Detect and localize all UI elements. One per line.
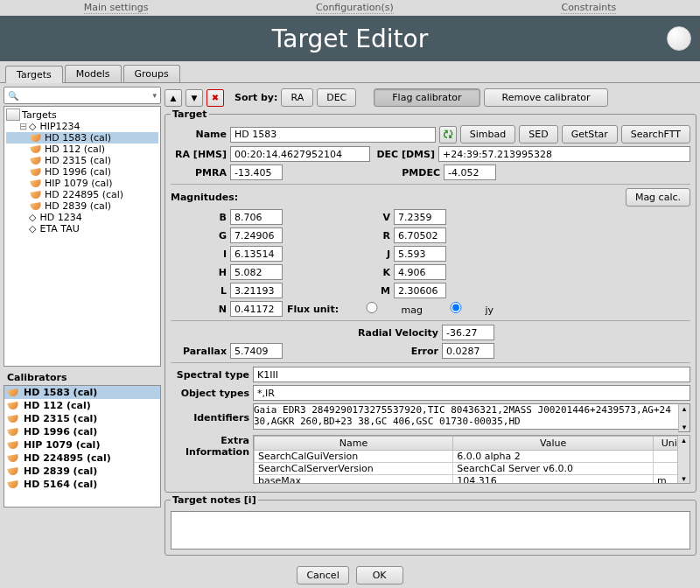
tree-item[interactable]: HD 1996 (cal) (6, 166, 158, 178)
tree-item[interactable]: HD 224895 (cal) (6, 189, 158, 200)
magnitudes-label: Magnitudes: (171, 192, 238, 203)
tree-item[interactable]: HD 2839 (cal) (6, 200, 158, 212)
target-tree[interactable]: Targets ⊟HIP1234 HD 1583 (cal) HD 112 (c… (4, 106, 161, 367)
calibrators-list[interactable]: HD 1583 (cal) HD 112 (cal) HD 2315 (cal)… (4, 385, 161, 508)
name-label: Name (171, 129, 227, 140)
flux-unit-label: Flux unit: (287, 304, 339, 315)
identifiers-scrollbar[interactable]: ▴▾ (678, 403, 690, 432)
search-field[interactable] (20, 90, 152, 102)
calibrator-row[interactable]: HD 1583 (cal) (4, 386, 160, 399)
spectral-field[interactable] (253, 367, 690, 382)
name-field[interactable] (230, 127, 436, 143)
calibrator-row[interactable]: HD 224895 (cal) (4, 452, 160, 465)
mag-b[interactable] (230, 209, 283, 225)
ra-field[interactable] (230, 146, 370, 162)
toolbar: Sort by: RA DEC Flag calibrator Remove c… (164, 87, 696, 108)
ok-button[interactable]: OK (356, 566, 403, 584)
mag-m[interactable] (394, 283, 446, 298)
objtypes-field[interactable] (253, 385, 690, 401)
dec-field[interactable] (438, 146, 690, 162)
search-dropdown-icon[interactable]: ▾ (152, 91, 157, 100)
menu-constraints[interactable]: Constraints (561, 2, 616, 14)
dec-label: DEC [DMS] (374, 149, 435, 160)
mag-k[interactable] (394, 264, 446, 280)
objtypes-label: Object types (171, 388, 249, 399)
remove-calibrator-button[interactable]: Remove calibrator (484, 88, 609, 107)
mag-g[interactable] (230, 228, 283, 243)
target-fieldset: Target Name Simbad SED GetStar SearchFTT… (164, 108, 696, 493)
cancel-button[interactable]: Cancel (297, 566, 348, 584)
notes-fieldset: Target notes [i] (164, 494, 696, 556)
move-down-button[interactable] (186, 89, 203, 107)
error-field[interactable] (442, 343, 494, 359)
refresh-button[interactable] (439, 126, 457, 144)
parallax-field[interactable] (230, 343, 283, 359)
mag-v[interactable] (394, 209, 446, 225)
tab-groups[interactable]: Groups (123, 65, 180, 82)
searchftt-button[interactable]: SearchFTT (621, 125, 690, 144)
error-label: Error (403, 346, 438, 357)
sed-button[interactable]: SED (519, 125, 557, 144)
pmdec-label: PMDEC (286, 167, 440, 178)
target-hd1234[interactable]: HD 1234 (29, 212, 82, 223)
extra-scrollbar[interactable]: ▴▾ (677, 436, 690, 483)
mag-calc-button[interactable]: Mag calc. (626, 188, 690, 206)
pmra-field[interactable] (230, 164, 283, 180)
tree-item[interactable]: HD 1583 (cal) (6, 132, 158, 144)
target-hip1234[interactable]: HIP1234 (29, 121, 80, 132)
sort-ra-button[interactable]: RA (281, 88, 313, 107)
window-title: Target Editor (272, 24, 428, 53)
table-row: baseMax104.316m (255, 475, 690, 485)
calibrator-row[interactable]: HIP 1079 (cal) (4, 438, 160, 452)
top-menu: Main settings Configuration(s) Constrain… (0, 0, 700, 16)
target-eta-tau[interactable]: ETA TAU (29, 223, 80, 234)
calibrator-row[interactable]: HD 1996 (cal) (4, 425, 160, 438)
getstar-button[interactable]: GetStar (562, 125, 618, 144)
search-input[interactable]: ▾ (4, 87, 161, 104)
calibrator-row[interactable]: HD 2839 (cal) (4, 465, 160, 478)
tab-targets[interactable]: Targets (5, 66, 63, 83)
target-legend: Target (171, 108, 209, 120)
spectral-label: Spectral type (171, 369, 249, 381)
sort-dec-button[interactable]: DEC (317, 88, 356, 107)
tab-strip: Targets Models Groups (0, 65, 700, 83)
title-bar: Target Editor (0, 16, 700, 61)
menu-main-settings[interactable]: Main settings (84, 2, 149, 14)
delete-button[interactable] (206, 89, 224, 107)
rv-label: Radial Velocity (354, 327, 438, 339)
table-row: SearchCalGuiVersion6.0.0 alpha 2 (255, 451, 690, 463)
mag-l[interactable] (230, 283, 283, 298)
pmdec-field[interactable] (444, 164, 496, 180)
extra-info-table[interactable]: NameValueUnit SearchCalGuiVersion6.0.0 a… (253, 435, 690, 484)
tab-models[interactable]: Models (65, 65, 122, 82)
tree-item[interactable]: HD 112 (cal) (6, 144, 158, 155)
tree-item[interactable]: HD 2315 (cal) (6, 155, 158, 166)
move-up-button[interactable] (164, 89, 182, 107)
rv-field[interactable] (442, 325, 494, 340)
tree-root[interactable]: Targets (6, 108, 158, 121)
flux-mag-radio[interactable]: mag (346, 302, 423, 316)
mag-r[interactable] (394, 228, 446, 243)
tree-item[interactable]: HIP 1079 (cal) (6, 178, 158, 189)
identifiers-field[interactable]: Gaia EDR3 2849290173275537920,TIC 804363… (253, 403, 690, 430)
identifiers-label: Identifiers (171, 412, 249, 424)
menu-configurations[interactable]: Configuration(s) (316, 2, 394, 14)
mag-j[interactable] (394, 246, 446, 262)
bottom-bar: Cancel OK (0, 561, 700, 588)
calibrators-title: Calibrators (4, 370, 161, 385)
ra-label: RA [HMS] (171, 149, 227, 160)
calibrator-row[interactable]: HD 112 (cal) (4, 399, 160, 412)
calibrator-row[interactable]: HD 5164 (cal) (4, 478, 160, 491)
mag-h[interactable] (230, 264, 283, 280)
extra-info-label: Extra Information (171, 435, 249, 458)
table-row: SearchCalServerVersionSearchCal Server v… (255, 463, 690, 475)
flux-jy-radio[interactable]: jy (430, 302, 494, 316)
mag-n[interactable] (230, 301, 283, 317)
mag-i[interactable] (230, 246, 283, 262)
simbad-button[interactable]: Simbad (460, 125, 515, 144)
expand-handle[interactable]: ⊟ (18, 121, 27, 132)
sort-by-label: Sort by: (234, 92, 277, 103)
flag-calibrator-button[interactable]: Flag calibrator (374, 88, 480, 107)
notes-field[interactable] (171, 511, 690, 550)
calibrator-row[interactable]: HD 2315 (cal) (4, 412, 160, 425)
